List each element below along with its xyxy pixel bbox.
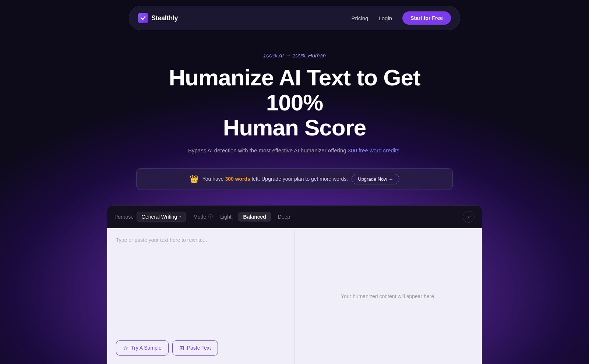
mode-options: Light Balanced Deep xyxy=(215,212,295,222)
toolbar-purpose: Purpose General Writing ▾ xyxy=(114,212,186,222)
upgrade-now-button[interactable]: Upgrade Now → xyxy=(352,174,399,184)
chevron-down-icon: ▾ xyxy=(179,215,181,219)
editor-body: ☆ Try A Sample ⊞ Paste Text Your humaniz… xyxy=(107,228,482,364)
toolbar-mode: Mode ⓘ Light Balanced Deep xyxy=(193,212,295,222)
paste-icon: ⊞ xyxy=(179,344,184,351)
mode-balanced[interactable]: Balanced xyxy=(238,212,271,222)
banner-words: 300 words xyxy=(225,176,250,182)
logo-area[interactable]: Stealthly xyxy=(138,13,178,23)
editor-toolbar: Purpose General Writing ▾ Mode ⓘ Light B… xyxy=(107,206,482,228)
purpose-select[interactable]: General Writing ▾ xyxy=(137,212,186,222)
purpose-label: Purpose xyxy=(114,214,134,220)
hero-subtitle: Bypass AI detection with the most effect… xyxy=(7,147,582,153)
purpose-value: General Writing xyxy=(141,214,177,220)
hero-title-line2: Human Score xyxy=(223,115,366,140)
editor-actions: ☆ Try A Sample ⊞ Paste Text xyxy=(116,340,285,356)
hero-tagline: 100% AI → 100% Human xyxy=(7,52,582,59)
try-sample-label: Try A Sample xyxy=(131,345,162,351)
logo-icon xyxy=(138,13,148,23)
hero-section: 100% AI → 100% Human Humanize AI Text to… xyxy=(0,30,589,201)
banner-suffix: left. Upgrade your plan to get more word… xyxy=(250,176,348,182)
login-link[interactable]: Login xyxy=(378,15,392,21)
editor-container: Purpose General Writing ▾ Mode ⓘ Light B… xyxy=(107,205,482,364)
upgrade-banner: 👑 You have 300 words left. Upgrade your … xyxy=(136,168,453,190)
mode-light[interactable]: Light xyxy=(215,212,236,222)
brand-name: Stealthly xyxy=(151,14,178,22)
paste-text-button[interactable]: ⊞ Paste Text xyxy=(172,340,218,356)
star-icon: ☆ xyxy=(123,344,128,351)
mode-info-icon[interactable]: ⓘ xyxy=(208,213,213,220)
subtitle-prefix: Bypass AI detection with the most effect… xyxy=(188,147,348,153)
hero-title: Humanize AI Text to Get 100% Human Score xyxy=(166,65,423,141)
banner-prefix: You have xyxy=(202,176,225,182)
try-sample-button[interactable]: ☆ Try A Sample xyxy=(116,340,169,356)
navbar: Stealthly Pricing Login Start for Free xyxy=(129,6,460,30)
banner-text: You have 300 words left. Upgrade your pl… xyxy=(202,176,348,182)
editor-left-panel: ☆ Try A Sample ⊞ Paste Text xyxy=(107,228,294,364)
mode-deep[interactable]: Deep xyxy=(273,212,295,222)
pricing-link[interactable]: Pricing xyxy=(352,15,368,21)
text-input[interactable] xyxy=(116,237,285,333)
editor-right-panel: Your humanized content will appear here. xyxy=(294,228,482,364)
subtitle-link[interactable]: 300 free word credits. xyxy=(348,147,401,153)
start-free-button[interactable]: Start for Free xyxy=(402,11,451,25)
settings-icon[interactable] xyxy=(463,211,475,223)
paste-text-label: Paste Text xyxy=(187,345,211,351)
hero-title-line1: Humanize AI Text to Get 100% xyxy=(169,65,420,115)
output-placeholder: Your humanized content will appear here. xyxy=(341,293,435,299)
nav-links: Pricing Login Start for Free xyxy=(352,11,451,25)
mode-label: Mode xyxy=(193,214,206,220)
crown-icon: 👑 xyxy=(190,174,199,183)
svg-point-0 xyxy=(468,216,469,218)
